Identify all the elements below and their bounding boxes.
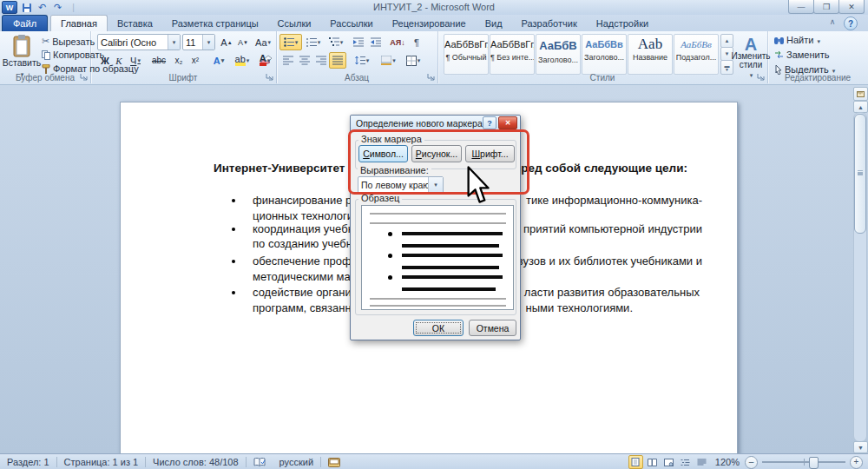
sort-button[interactable]: АЯ↓ [387,34,408,50]
view-fullscreen-reading-icon[interactable] [645,455,660,469]
font-size-combo[interactable]: 11 [182,34,215,50]
vertical-scrollbar-thumb[interactable] [854,114,866,234]
close-button[interactable]: ✕ [838,0,865,14]
word-logo-icon[interactable]: W [2,1,17,14]
cut-button[interactable]: ✂ Вырезать [42,36,95,47]
zoom-slider-thumb[interactable] [809,457,819,469]
tab-addins[interactable]: Надстройки [587,16,658,31]
style-card-no-spacing[interactable]: АаБбВвГг, ¶ Без инте... [490,34,535,75]
font-color-button[interactable]: А [254,52,275,69]
redo-icon[interactable]: ↷ [51,2,64,14]
mouse-cursor [467,166,495,206]
replace-label: Заменить [786,50,829,60]
text-effects-button[interactable]: А [207,52,230,69]
increase-indent-button[interactable] [366,34,385,50]
status-word-count[interactable]: Число слов: 48/108 [146,457,245,467]
save-icon[interactable] [20,2,33,14]
grow-font-button[interactable]: А▲ [218,34,235,50]
view-outline-icon[interactable] [678,455,693,469]
line-spacing-button[interactable] [351,52,373,69]
font-name-dropdown-icon[interactable] [168,35,180,50]
zoom-level[interactable]: 120% [710,457,745,467]
font-name-value: Calibri (Осно [98,37,168,48]
multilevel-list-button[interactable] [325,34,347,50]
superscript-button[interactable]: х² [187,52,204,69]
tab-review[interactable]: Рецензирование [383,16,476,31]
clipboard-dialog-launcher-icon[interactable] [80,73,89,82]
tab-view[interactable]: Вид [476,16,512,31]
zoom-out-icon[interactable]: – [745,456,758,469]
restore-button[interactable]: ❒ [813,0,839,14]
status-language[interactable]: русский [273,457,320,467]
tab-references[interactable]: Ссылки [268,16,321,31]
view-draft-icon[interactable] [694,455,709,469]
find-label: Найти [786,35,813,45]
numbering-button[interactable] [302,34,325,50]
tab-insert[interactable]: Вставка [108,16,162,31]
dialog-help-icon[interactable]: ? [483,116,496,129]
strikethrough-button[interactable]: abc [148,52,170,69]
change-styles-icon: А [745,36,757,52]
decrease-indent-icon [353,37,364,47]
scroll-up-icon[interactable]: ▲ [853,101,868,113]
qat-customize-icon[interactable] [67,2,80,14]
replace-button[interactable]: Заменить [774,50,829,60]
tab-file[interactable]: Файл [2,15,48,31]
ok-button[interactable]: ОК [413,320,464,336]
style-name: Название [628,53,672,62]
font-name-combo[interactable]: Calibri (Осно [97,34,181,50]
ruler-toggle-icon[interactable] [853,87,868,101]
style-card-heading1[interactable]: АаБбВ Заголово... [536,34,581,75]
cancel-button[interactable]: Отмена [469,320,516,336]
paragraph-dialog-launcher-icon[interactable] [427,73,436,82]
minimize-ribbon-icon[interactable]: ∧ [826,17,838,29]
bullets-button[interactable] [279,34,302,50]
align-right-button[interactable] [312,52,330,69]
view-web-layout-icon[interactable] [661,455,676,469]
justify-button[interactable] [329,52,346,69]
align-center-button[interactable] [296,52,313,69]
align-left-button[interactable] [279,52,297,69]
styles-scroll-up-icon[interactable]: ▲ [720,34,733,48]
view-print-layout-icon[interactable] [628,455,643,469]
decrease-indent-button[interactable] [349,34,367,50]
italic-button[interactable]: К [112,52,126,69]
shading-button[interactable] [377,52,400,69]
title-bar: W ↶ ↷ ИНТУИТ_2 - Microsoft Word — ❒ ✕ [0,0,868,16]
macro-record-icon[interactable] [321,458,347,467]
underline-button[interactable]: Ч [125,52,146,69]
shrink-font-button[interactable]: А▼ [234,34,252,50]
proofing-status-icon[interactable] [247,458,273,467]
spacer4 [252,34,253,36]
subscript-button[interactable]: х₂ [170,52,187,69]
style-card-subtitle[interactable]: АаБбВв Подзагол... [674,34,719,75]
font-size-dropdown-icon[interactable] [202,35,214,50]
undo-icon[interactable]: ↶ [36,2,49,14]
scroll-down-icon[interactable]: ▼ [853,441,868,453]
zoom-slider-track[interactable] [762,461,845,463]
change-case-button[interactable]: Аа [253,34,273,50]
highlight-button[interactable]: ab [230,52,254,69]
tab-mailings[interactable]: Рассылки [320,16,382,31]
font-dialog-launcher-icon[interactable] [266,73,274,82]
style-card-normal[interactable]: АаБбВвГг, ¶ Обычный [444,34,489,75]
show-marks-button[interactable]: ¶ [409,34,424,50]
zoom-in-icon[interactable]: + [850,456,863,469]
bold-button[interactable]: Ж [97,52,113,69]
style-card-title[interactable]: Aab Название [628,34,673,75]
minimize-button[interactable]: — [788,0,814,14]
tab-page-layout[interactable]: Разметка страницы [162,16,268,31]
find-button[interactable]: Найти [774,35,820,45]
status-bar: Раздел: 1 Страница: 1 из 1 Число слов: 4… [0,453,868,469]
status-page[interactable]: Страница: 1 из 1 [57,457,146,467]
style-name: Подзагол... [674,53,718,62]
tab-developer[interactable]: Разработчик [512,16,587,31]
dialog-close-icon[interactable]: ✕ [498,116,517,129]
style-card-heading2[interactable]: АаБбВв Заголово... [582,34,627,75]
borders-button[interactable] [401,52,425,69]
help-icon[interactable]: ? [844,17,858,30]
status-section[interactable]: Раздел: 1 [0,457,56,467]
quick-access-toolbar: W ↶ ↷ [2,1,80,14]
styles-dialog-launcher-icon[interactable] [757,73,766,82]
tab-home[interactable]: Главная [50,15,108,31]
